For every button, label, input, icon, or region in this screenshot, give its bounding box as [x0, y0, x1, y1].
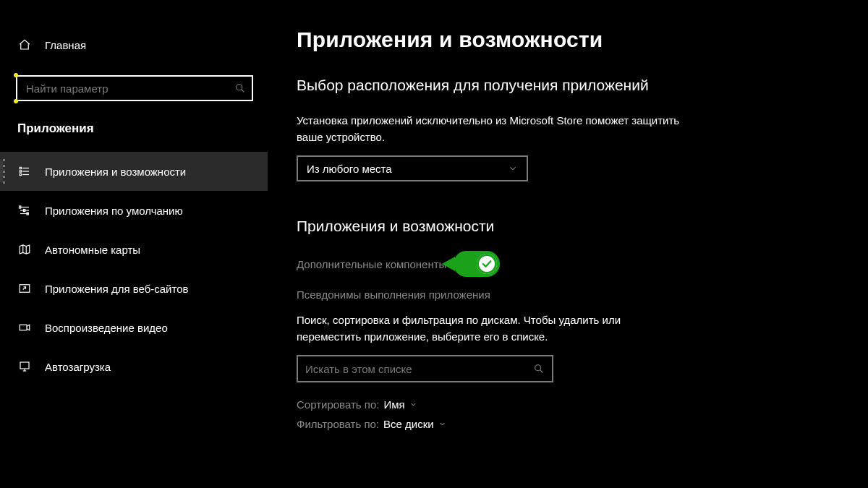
- sidebar: Главная Приложения: [0, 0, 268, 488]
- source-heading: Выбор расположения для получения приложе…: [297, 75, 687, 95]
- sidebar-item-apps-websites[interactable]: Приложения для веб-сайтов: [0, 269, 268, 308]
- sidebar-item-label: Автозагрузка: [45, 361, 111, 373]
- chevron-down-icon: [409, 401, 417, 408]
- page-title: Приложения и возможности: [297, 27, 839, 52]
- chevron-down-icon: [508, 163, 518, 174]
- sidebar-item-label: Приложения по умолчанию: [45, 205, 183, 217]
- apps-heading: Приложения и возможности: [297, 218, 839, 235]
- filter-label: Фильтровать по:: [297, 418, 379, 430]
- sidebar-home[interactable]: Главная: [0, 30, 268, 59]
- source-dropdown-value: Из любого места: [307, 163, 392, 175]
- svg-rect-7: [20, 174, 21, 175]
- sidebar-item-offline-maps[interactable]: Автономные карты: [0, 230, 268, 269]
- sidebar-home-label: Главная: [45, 39, 86, 51]
- map-icon: [17, 242, 32, 257]
- execution-aliases-link[interactable]: Псевдонимы выполнения приложения: [297, 288, 839, 301]
- main-content: Приложения и возможности Выбор расположе…: [268, 0, 868, 488]
- svg-point-21: [535, 365, 541, 371]
- search-icon: [234, 82, 246, 94]
- active-indicator-icon: [3, 159, 9, 184]
- svg-rect-6: [20, 171, 21, 172]
- optional-features-link[interactable]: Дополнительные компоненты: [297, 251, 839, 277]
- startup-icon: [17, 359, 32, 374]
- sidebar-nav: Приложения и возможности Приложения по у…: [0, 152, 268, 386]
- optional-features-label: Дополнительные компоненты: [297, 258, 446, 270]
- selection-handle-icon: [14, 99, 18, 103]
- apps-search-input[interactable]: [305, 363, 533, 375]
- search-icon: [533, 363, 545, 374]
- execution-aliases-label: Псевдонимы выполнения приложения: [297, 288, 490, 301]
- sidebar-item-label: Воспроизведение видео: [45, 322, 168, 334]
- home-icon: [17, 38, 32, 52]
- sidebar-item-startup[interactable]: Автозагрузка: [0, 347, 268, 386]
- open-external-icon: [17, 281, 32, 296]
- sidebar-item-apps-features[interactable]: Приложения и возможности: [0, 152, 268, 191]
- source-dropdown[interactable]: Из любого места: [297, 155, 528, 181]
- apps-search[interactable]: [297, 355, 553, 382]
- sidebar-item-label: Приложения и возможности: [45, 166, 186, 178]
- filter-control[interactable]: Фильтровать по: Все диски: [297, 418, 839, 430]
- filter-value: Все диски: [383, 418, 434, 430]
- sidebar-section-title: Приложения: [0, 101, 268, 152]
- svg-point-0: [237, 85, 242, 90]
- apps-description: Поиск, сортировка и фильтрация по дискам…: [297, 312, 687, 345]
- svg-line-22: [540, 370, 542, 372]
- defaults-icon: [17, 203, 32, 218]
- sort-control[interactable]: Сортировать по: Имя: [297, 398, 839, 411]
- sidebar-search[interactable]: [16, 75, 253, 101]
- sidebar-item-default-apps[interactable]: Приложения по умолчанию: [0, 191, 268, 230]
- list-icon: [17, 164, 32, 179]
- sort-label: Сортировать по:: [297, 398, 379, 411]
- source-description: Установка приложений исключительно из Mi…: [297, 113, 687, 145]
- video-icon: [17, 320, 32, 335]
- svg-rect-18: [20, 362, 29, 369]
- sort-value: Имя: [383, 398, 404, 411]
- svg-rect-17: [20, 325, 27, 330]
- sidebar-item-label: Автономные карты: [45, 244, 140, 256]
- sidebar-item-video-playback[interactable]: Воспроизведение видео: [0, 308, 268, 347]
- sidebar-item-label: Приложения для веб-сайтов: [45, 283, 189, 295]
- svg-line-1: [242, 90, 244, 92]
- success-badge-icon: [454, 251, 500, 277]
- selection-handle-icon: [14, 73, 18, 77]
- chevron-down-icon: [438, 420, 446, 428]
- svg-rect-5: [20, 167, 21, 168]
- search-input[interactable]: [16, 75, 253, 101]
- svg-rect-11: [20, 206, 21, 208]
